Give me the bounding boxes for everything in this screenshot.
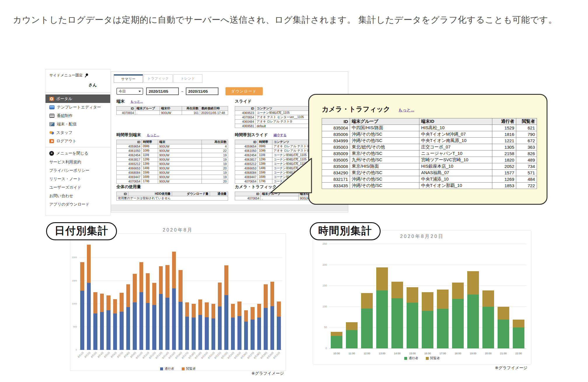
table-cell: 900UW: [158, 179, 202, 184]
column-header: 時間帯: [258, 140, 272, 144]
bar-segment-通行者: [205, 317, 209, 350]
sidebar-item-template[interactable]: テンプレートエディター: [46, 103, 110, 111]
table-cell: .: [261, 196, 299, 200]
download-button[interactable]: ダウンロード: [225, 87, 263, 95]
table-cell: 22: [202, 149, 228, 153]
sidebar-link[interactable]: アプリのダウンロード: [46, 200, 110, 208]
bar-slot: [138, 239, 144, 350]
more-link[interactable]: もっと...: [130, 99, 143, 104]
sidebar-item-portal[interactable]: ポータル: [46, 94, 110, 103]
bars: [79, 239, 282, 350]
bar-segment-通行者: [113, 313, 117, 350]
bar-segment-通行者: [277, 317, 281, 350]
table-cell: 19: [202, 175, 228, 179]
camera-traffic-callout: カメラ・トラフィック もっと... ID端末グループ端末ID通行者閲覧者8350…: [308, 94, 547, 205]
daily-chart: 2020年8月 0500100015002000 8月1日8月2日8月3日8月4…: [70, 233, 286, 371]
table-row: 833435沖縄/その他/SC中央Tイオン那覇_101853722: [322, 183, 537, 189]
bar-8月23日: [224, 265, 228, 350]
table-cell: 4070654: [117, 179, 142, 184]
bar-slot: [256, 239, 262, 350]
bar-slot: [85, 239, 92, 350]
sidebar-link[interactable]: プライバシーポリシー: [46, 166, 110, 175]
bar-slot: [243, 239, 249, 350]
bar-segment-閲覧者: [113, 299, 117, 313]
section-title: 端末: [116, 99, 125, 104]
sidebar-link[interactable]: サービス利用規約: [46, 158, 110, 166]
table-cell: 14時: [142, 166, 158, 171]
section-usage: 全体の使用量 IDHDD使用量ダウンロード量通信量使用量のデータは登録されていま…: [116, 184, 228, 201]
bar-segment-閲覧者: [346, 322, 358, 330]
table-cell: 10時: [142, 149, 158, 153]
period-select[interactable]: 今日: [116, 88, 143, 95]
table-cell: 363: [516, 144, 537, 150]
divider: [46, 147, 110, 147]
bar-segment-通行者: [331, 336, 343, 348]
bar-8月17日: [185, 302, 189, 350]
table-cell: 1577: [492, 170, 516, 176]
table-cell: 4062454: [117, 153, 142, 157]
data-table: ID時間帯端末再生回数405965409時900UW4406105010時900…: [116, 140, 228, 184]
portal-icon: [49, 97, 54, 101]
sidebar-item-close-menu[interactable]: メニューを閉じる: [46, 149, 110, 158]
more-link[interactable]: もっと...: [147, 133, 159, 137]
column-header: 再生回数: [182, 106, 200, 111]
tab-トレンド[interactable]: トレンド: [173, 74, 202, 83]
sidebar-link[interactable]: リリース・ノート: [46, 175, 110, 183]
bar-11:00: [346, 322, 358, 348]
data-table: ID端末グループ端末ID通行者閲覧者835004中四国/HIS/路面HIS高松_…: [322, 118, 537, 189]
table-cell: 161: [182, 111, 200, 115]
sidebar-item-logout[interactable]: ログアウト: [46, 137, 110, 145]
table-cell: 4059654: [117, 144, 142, 149]
x-tick-label: 13:00: [379, 352, 386, 355]
table-cell: 1305: [492, 144, 516, 150]
table-cell: 4061050: [117, 149, 142, 153]
x-tick-label: 20:00: [485, 352, 492, 355]
x-tick-label: 15:00: [409, 352, 416, 355]
bar-segment-通行者: [513, 327, 525, 348]
sidebar-item-label: 番組制作: [57, 113, 73, 118]
sidebar-link[interactable]: お問い合わせ: [46, 192, 110, 200]
sidebar-item-staff[interactable]: スタッフ: [46, 128, 110, 137]
legend-item-通行者: 通行者: [160, 367, 174, 371]
bar-segment-閲覧者: [407, 287, 419, 303]
date-to-input[interactable]: 2020/11/05: [186, 87, 218, 95]
sidebar-item-device[interactable]: 端末・配信: [46, 120, 110, 128]
more-link[interactable]: もっと...: [398, 108, 414, 113]
table-row: 835008東京/HIS/路面HIS銀座本店_102052734: [322, 163, 537, 170]
table-cell: 832171: [322, 176, 350, 183]
bar-segment-通行者: [251, 320, 254, 350]
bar-segment-閲覧者: [498, 307, 510, 320]
sidebar-footer-links: サービス利用規約プライバシーポリシーリリース・ノートユーザーズガイドお問い合わせ…: [46, 158, 110, 208]
column-header: 端末ID: [419, 118, 492, 125]
table-cell: 16時: [142, 175, 158, 179]
bar-slot: [184, 239, 190, 350]
table-cell: 4069447: [235, 175, 258, 179]
bar-slot: [164, 239, 171, 350]
bar-slot: [145, 239, 151, 350]
bar-segment-閲覧者: [361, 293, 373, 309]
bar-segment-通行者: [192, 318, 195, 350]
table-row: 834290東北/その他/SCANAS福島_071577571: [322, 170, 537, 176]
bar-segment-通行者: [218, 306, 222, 350]
bar-slot: [276, 239, 282, 350]
bar-13:00: [376, 267, 388, 348]
tab-トラフィック[interactable]: トラフィック: [144, 74, 173, 83]
bar-15:00: [407, 287, 419, 348]
bar-segment-通行者: [178, 302, 182, 350]
bar-slot: [217, 239, 223, 350]
date-from-input[interactable]: 2020/11/05: [146, 87, 179, 95]
table-cell: ニュージャパンT_10: [419, 150, 492, 157]
shrink-link[interactable]: 縮小する: [274, 133, 287, 137]
table-cell: 672: [516, 138, 537, 144]
table-cell: 東京/HIS/路面: [350, 163, 419, 170]
bar-slot: [79, 239, 85, 350]
sidebar-link[interactable]: ユーザーズガイド: [46, 183, 110, 192]
table-row: 835004中四国/HIS/路面HIS高松_101529621: [322, 125, 537, 131]
table-cell: 東京/その他/SC: [350, 150, 419, 157]
table-cell: 900UW: [158, 171, 202, 175]
bar-8月4日: [100, 294, 104, 350]
sidebar-pin-row[interactable]: サイドメニュー固定: [46, 69, 110, 78]
bar-segment-通行者: [93, 313, 97, 350]
tab-サマリー[interactable]: サマリー: [114, 74, 143, 83]
sidebar-item-program[interactable]: 番組制作: [46, 111, 110, 120]
